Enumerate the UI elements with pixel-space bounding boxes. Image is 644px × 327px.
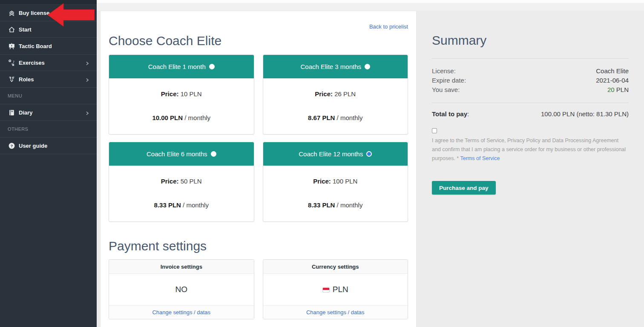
roles-icon bbox=[8, 75, 15, 83]
sidebar-item-label: Start bbox=[19, 26, 90, 33]
price-label: Price: bbox=[315, 90, 333, 98]
invoice-settings-card: Invoice settings NO Change settings / da… bbox=[109, 259, 254, 319]
price-value: 100 PLN bbox=[333, 178, 357, 185]
summary-row-expire: Expire date: 2021-06-04 bbox=[432, 76, 629, 85]
currency-settings-card: Currency settings PLN Change settings / … bbox=[263, 259, 408, 319]
plan-title: Coach Elite 1 month bbox=[148, 63, 206, 70]
chevron-right-icon bbox=[85, 77, 90, 82]
sidebar-item-roles[interactable]: Roles bbox=[0, 71, 97, 88]
summary-row-license: License: Coach Elite bbox=[432, 66, 629, 76]
diary-icon bbox=[8, 109, 15, 116]
monthly-value: 10.00 PLN bbox=[152, 114, 183, 121]
license-label: License: bbox=[432, 66, 456, 76]
terms-checkbox[interactable] bbox=[432, 128, 437, 133]
home-icon bbox=[8, 26, 15, 33]
plan-title: Coach Elite 3 months bbox=[300, 63, 361, 70]
divider bbox=[432, 58, 629, 59]
terms-of-service-link[interactable]: Terms of Service bbox=[460, 155, 500, 161]
plan-radio[interactable] bbox=[365, 64, 370, 69]
sidebar-item-user-guide[interactable]: ? User guide bbox=[0, 138, 97, 154]
plan-body: Price: 26 PLN 8.67 PLN / monthly bbox=[263, 78, 408, 134]
plan-radio-selected[interactable] bbox=[366, 151, 372, 157]
monthly-suffix: / monthly bbox=[183, 201, 209, 209]
monthly-value: 8.33 PLN bbox=[308, 201, 335, 209]
save-label: You save: bbox=[432, 85, 460, 95]
monthly-suffix: / monthly bbox=[337, 201, 363, 209]
chevron-right-icon bbox=[85, 60, 90, 65]
save-unit: PLN bbox=[615, 86, 629, 93]
total-colon: : bbox=[467, 110, 469, 118]
sidebar-top-strip bbox=[0, 0, 97, 5]
sidebar-section-others: OTHERS bbox=[0, 121, 97, 138]
save-amount: 20 bbox=[607, 86, 615, 93]
currency-settings-header: Currency settings bbox=[263, 260, 408, 274]
svg-text:?: ? bbox=[10, 143, 13, 148]
total-label: Total to pay bbox=[432, 110, 467, 118]
sidebar-item-exercises[interactable]: Exercises bbox=[0, 54, 97, 71]
payment-settings-title: Payment settings bbox=[109, 239, 408, 253]
price-label: Price: bbox=[161, 90, 179, 98]
plan-card-12-months[interactable]: Coach Elite 12 months Price: 100 PLN 8.3… bbox=[263, 142, 408, 222]
summary-title: Summary bbox=[432, 11, 629, 48]
sidebar-item-diary[interactable]: Diary bbox=[0, 104, 97, 121]
expire-label: Expire date: bbox=[432, 76, 466, 85]
settings-grid: Invoice settings NO Change settings / da… bbox=[109, 259, 408, 319]
plan-title: Coach Elite 12 months bbox=[299, 150, 363, 158]
plan-radio[interactable] bbox=[211, 151, 216, 157]
summary-panel: Summary License: Coach Elite Expire date… bbox=[417, 11, 644, 327]
sidebar-item-label: Roles bbox=[19, 76, 85, 83]
tactic-board-icon bbox=[8, 42, 15, 50]
plan-header: Coach Elite 1 month bbox=[109, 55, 254, 78]
price-label: Price: bbox=[161, 178, 179, 185]
monthly-value: 8.33 PLN bbox=[154, 201, 181, 209]
plan-body: Price: 100 PLN 8.33 PLN / monthly bbox=[263, 166, 408, 221]
invoice-change-settings-link[interactable]: Change settings / datas bbox=[152, 309, 210, 316]
summary-row-save: You save: 20 PLN bbox=[432, 85, 629, 95]
price-value: 26 PLN bbox=[334, 90, 356, 98]
sidebar-item-start[interactable]: Start bbox=[0, 21, 97, 38]
total-value: 100.00 PLN (netto: 81.30 PLN) bbox=[541, 109, 629, 119]
sidebar-item-label: Exercises bbox=[19, 60, 85, 66]
divider bbox=[432, 103, 629, 103]
summary-row-total: Total to pay: 100.00 PLN (netto: 81.30 P… bbox=[432, 109, 629, 119]
plan-header: Coach Elite 3 months bbox=[263, 55, 408, 78]
invoice-settings-value: NO bbox=[109, 274, 254, 305]
sidebar-item-label: User guide bbox=[19, 143, 90, 149]
price-label: Price: bbox=[313, 178, 331, 185]
terms-agreement-text: I agree to the Terms of Service, Privacy… bbox=[432, 136, 629, 163]
plan-radio[interactable] bbox=[209, 64, 215, 69]
sidebar-item-buy-license[interactable]: Buy license bbox=[0, 5, 97, 21]
plan-title: Coach Elite 6 months bbox=[147, 150, 207, 158]
price-value: 50 PLN bbox=[181, 178, 202, 185]
chevron-right-icon bbox=[85, 110, 90, 115]
plan-header: Coach Elite 6 months bbox=[109, 142, 254, 166]
page-title: Choose Coach Elite bbox=[109, 34, 408, 48]
exercises-icon bbox=[8, 59, 15, 66]
monthly-value: 8.67 PLN bbox=[308, 114, 335, 121]
poland-flag-icon bbox=[322, 287, 330, 293]
price-value: 10 PLN bbox=[181, 90, 202, 98]
sidebar-item-tactic-board[interactable]: Tactic Board bbox=[0, 38, 97, 54]
currency-change-settings-link[interactable]: Change settings / datas bbox=[306, 309, 365, 316]
currency-settings-value: PLN bbox=[333, 285, 348, 294]
plan-card-3-months[interactable]: Coach Elite 3 months Price: 26 PLN 8.67 … bbox=[263, 54, 408, 135]
plan-header: Coach Elite 12 months bbox=[263, 142, 408, 166]
sidebar-item-label: Tactic Board bbox=[19, 43, 90, 49]
sidebar-section-menu: MENU bbox=[0, 88, 97, 104]
purchase-and-pay-button[interactable]: Purchase and pay bbox=[432, 181, 496, 195]
plan-body: Price: 50 PLN 8.33 PLN / monthly bbox=[109, 166, 254, 221]
license-value: Coach Elite bbox=[596, 66, 629, 76]
gray-strip bbox=[97, 3, 644, 11]
help-icon: ? bbox=[8, 142, 15, 149]
monthly-suffix: / monthly bbox=[184, 114, 210, 121]
content-area: Back to pricelist Choose Coach Elite Coa… bbox=[97, 0, 644, 327]
sidebar-item-label: Buy license bbox=[19, 10, 90, 16]
plan-grid: Coach Elite 1 month Price: 10 PLN 10.00 … bbox=[109, 54, 408, 222]
plan-card-1-month[interactable]: Coach Elite 1 month Price: 10 PLN 10.00 … bbox=[109, 54, 254, 135]
plan-card-6-months[interactable]: Coach Elite 6 months Price: 50 PLN 8.33 … bbox=[109, 142, 254, 222]
monthly-suffix: / monthly bbox=[337, 114, 363, 121]
license-panel: Back to pricelist Choose Coach Elite Coa… bbox=[100, 11, 417, 327]
back-to-pricelist-link[interactable]: Back to pricelist bbox=[369, 23, 408, 30]
invoice-settings-header: Invoice settings bbox=[109, 260, 254, 274]
sidebar-item-label: Diary bbox=[19, 109, 85, 116]
